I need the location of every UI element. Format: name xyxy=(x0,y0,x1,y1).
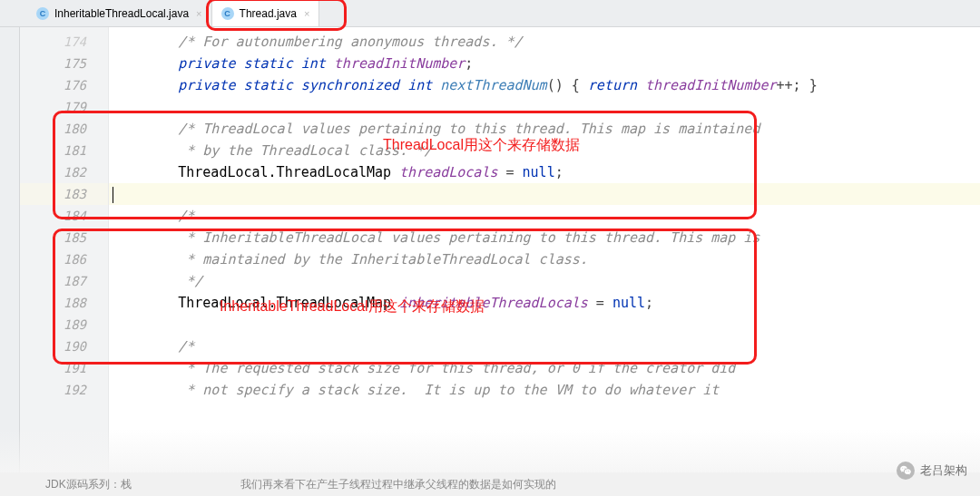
line-number[interactable]: 188 xyxy=(20,292,108,314)
line-number[interactable]: 182 xyxy=(20,161,108,183)
wechat-icon xyxy=(897,462,915,480)
tab-inheritablethreadlocal-java[interactable]: CInheritableThreadLocal.java× xyxy=(27,0,212,26)
java-class-icon: C xyxy=(36,7,49,20)
code-line[interactable]: * not specify a stack size. It is up to … xyxy=(109,379,980,401)
line-number[interactable]: 184 xyxy=(20,205,108,227)
code-editor[interactable]: ThreadLocal用这个来存储数据 InheritableThreadLoc… xyxy=(109,27,980,472)
editor-tabs: CInheritableThreadLocal.java×CThread.jav… xyxy=(0,0,980,27)
watermark: 老吕架构 xyxy=(897,462,967,480)
editor-area: 1741751761791801811821831841851861871881… xyxy=(0,27,980,472)
tab-label: InheritableThreadLocal.java xyxy=(54,7,189,20)
line-number[interactable]: 185 xyxy=(20,227,108,248)
watermark-text: 老吕架构 xyxy=(920,462,967,479)
tab-label: Thread.java xyxy=(240,7,297,20)
code-line[interactable] xyxy=(109,96,980,118)
code-line[interactable] xyxy=(109,183,980,205)
code-line[interactable]: /* xyxy=(109,205,980,227)
related-content-bar: JDK源码系列：栈 我们再来看下在产生子线程过程中继承父线程的数据是如何实现的 xyxy=(0,472,980,496)
code-line[interactable]: /* xyxy=(109,336,980,357)
line-number[interactable]: 175 xyxy=(20,53,108,74)
close-icon[interactable]: × xyxy=(304,8,309,19)
line-number[interactable]: 183 xyxy=(20,183,108,205)
related-text-right: 我们再来看下在产生子线程过程中继承父线程的数据是如何实现的 xyxy=(240,477,556,492)
annotation-text-threadlocals: ThreadLocal用这个来存储数据 xyxy=(383,136,580,155)
line-number[interactable]: 189 xyxy=(20,314,108,336)
code-line[interactable]: * maintained by the InheritableThreadLoc… xyxy=(109,248,980,270)
line-number[interactable]: 186 xyxy=(20,248,108,270)
close-icon[interactable]: × xyxy=(196,8,201,19)
line-number[interactable]: 191 xyxy=(20,357,108,379)
line-number[interactable]: 181 xyxy=(20,140,108,161)
code-line[interactable] xyxy=(109,314,980,336)
code-line[interactable]: private static synchronized int nextThre… xyxy=(109,74,980,96)
line-number[interactable]: 190 xyxy=(20,336,108,357)
annotation-text-inheritable: InheritableThreadLocal用这个来存储数据 xyxy=(220,297,485,316)
code-line[interactable]: * The requested stack size for this thre… xyxy=(109,357,980,379)
line-number[interactable]: 187 xyxy=(20,270,108,292)
line-number[interactable]: 180 xyxy=(20,118,108,140)
java-class-icon: C xyxy=(221,7,234,20)
line-number[interactable]: 192 xyxy=(20,379,108,401)
related-link-left[interactable]: JDK源码系列：栈 xyxy=(45,477,132,492)
code-line[interactable]: * InheritableThreadLocal values pertaini… xyxy=(109,227,980,248)
code-line[interactable]: */ xyxy=(109,270,980,292)
code-line[interactable]: /* For autonumbering anonymous threads. … xyxy=(109,31,980,53)
line-number[interactable]: 176 xyxy=(20,74,108,96)
code-line[interactable]: private static int threadInitNumber; xyxy=(109,53,980,74)
line-number-gutter[interactable]: 1741751761791801811821831841851861871881… xyxy=(20,27,109,472)
tool-window-sidebar[interactable] xyxy=(0,27,20,472)
tab-thread-java[interactable]: CThread.java× xyxy=(212,0,320,26)
code-line[interactable]: ThreadLocal.ThreadLocalMap threadLocals … xyxy=(109,161,980,183)
line-number[interactable]: 179 xyxy=(20,96,108,118)
line-number[interactable]: 174 xyxy=(20,31,108,53)
